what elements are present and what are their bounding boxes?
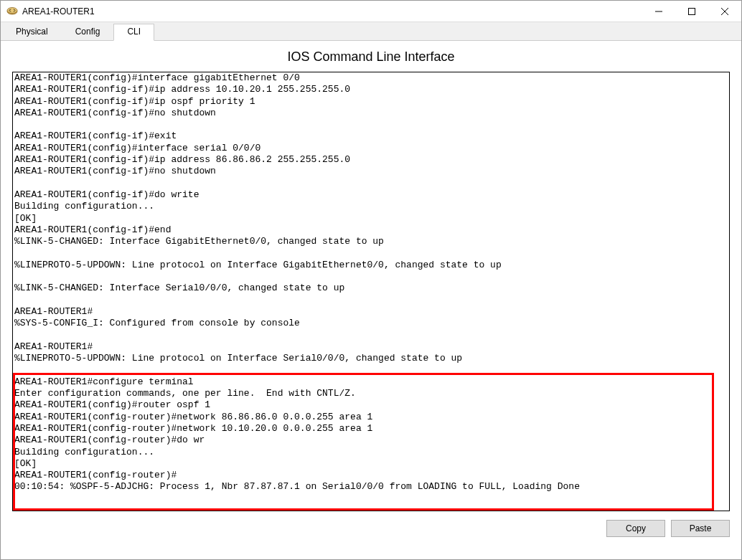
- terminal-container: AREA1-ROUTER1(config)#interface gigabitE…: [12, 72, 730, 511]
- cli-terminal[interactable]: AREA1-ROUTER1(config)#interface gigabitE…: [13, 72, 729, 511]
- minimize-button[interactable]: [642, 1, 675, 22]
- tab-bar: Physical Config CLI: [1, 22, 741, 41]
- maximize-button[interactable]: [675, 1, 708, 22]
- close-button[interactable]: [708, 1, 741, 22]
- button-row: Copy Paste: [1, 511, 741, 546]
- router-icon: [6, 6, 18, 17]
- tab-cli[interactable]: CLI: [113, 24, 154, 41]
- window-controls: [642, 1, 741, 22]
- copy-button[interactable]: Copy: [606, 520, 665, 537]
- titlebar: AREA1-ROUTER1: [1, 1, 741, 22]
- svg-point-1: [7, 7, 17, 13]
- content-area: IOS Command Line Interface AREA1-ROUTER1…: [1, 41, 741, 511]
- svg-rect-3: [689, 9, 695, 15]
- tab-physical[interactable]: Physical: [2, 24, 62, 40]
- window-title: AREA1-ROUTER1: [22, 6, 642, 16]
- cli-heading: IOS Command Line Interface: [12, 49, 730, 65]
- tab-config[interactable]: Config: [62, 24, 114, 40]
- paste-button[interactable]: Paste: [671, 520, 730, 537]
